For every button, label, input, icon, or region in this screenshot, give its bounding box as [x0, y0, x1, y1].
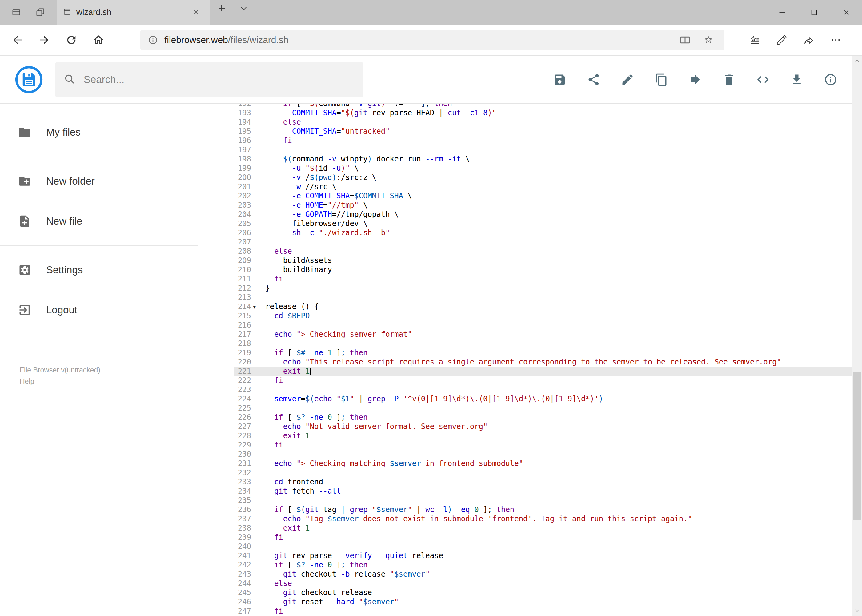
- code-line-214[interactable]: 214▾release () {: [233, 302, 852, 311]
- code-line-235[interactable]: 235: [233, 496, 852, 505]
- code-button[interactable]: [756, 73, 770, 86]
- code-line-205[interactable]: 205 filebrowser/dev \: [233, 219, 852, 228]
- code-line-204[interactable]: 204 -e GOPATH=//tmp/gopath \: [233, 210, 852, 219]
- address-bar[interactable]: filebrowser.web/files/wizard.sh: [140, 30, 725, 50]
- code-line-201[interactable]: 201 -w //src \: [233, 182, 852, 191]
- tab-preview-button[interactable]: [8, 4, 25, 20]
- hub-button[interactable]: [741, 27, 768, 53]
- favorite-button[interactable]: [697, 31, 720, 49]
- code-line-221[interactable]: 221 exit 1: [233, 366, 852, 376]
- new-tab-button[interactable]: [211, 0, 233, 17]
- sidebar-item-new-file[interactable]: New file: [0, 201, 199, 241]
- code-line-238[interactable]: 238 exit 1: [233, 523, 852, 533]
- vertical-scrollbar[interactable]: [852, 56, 862, 616]
- code-line-217[interactable]: 217 echo "> Checking semver format": [233, 330, 852, 339]
- refresh-button[interactable]: [58, 27, 85, 53]
- copy-button[interactable]: [655, 73, 668, 86]
- code-line-244[interactable]: 244 else: [233, 579, 852, 588]
- search-bar[interactable]: Search...: [55, 63, 363, 97]
- code-line-220[interactable]: 220 echo "This release script requires a…: [233, 357, 852, 366]
- code-line-219[interactable]: 219 if [ $# -ne 1 ]; then: [233, 348, 852, 357]
- sidebar-item-my-files[interactable]: My files: [0, 112, 199, 152]
- tab-close-button[interactable]: [188, 4, 204, 20]
- code-line-234[interactable]: 234 git fetch --all: [233, 487, 852, 496]
- code-line-241[interactable]: 241 git rev-parse --verify --quiet relea…: [233, 551, 852, 560]
- code-line-218[interactable]: 218: [233, 339, 852, 348]
- code-line-243[interactable]: 243 git checkout -b release "$semver": [233, 570, 852, 579]
- code-line-240[interactable]: 240: [233, 542, 852, 551]
- more-button[interactable]: [822, 27, 849, 53]
- code-line-237[interactable]: 237 echo "Tag $semver does not exist in …: [233, 514, 852, 523]
- code-line-213[interactable]: 213: [233, 293, 852, 302]
- back-button[interactable]: [4, 27, 31, 53]
- close-button[interactable]: [830, 0, 862, 25]
- code-line-200[interactable]: 200 -v /$(pwd):/src:z \: [233, 173, 852, 182]
- fold-gutter: [251, 570, 265, 579]
- reading-view-button[interactable]: [673, 31, 697, 49]
- code-line-225[interactable]: 225: [233, 404, 852, 413]
- code-line-239[interactable]: 239 fi: [233, 533, 852, 542]
- code-line-194[interactable]: 194 else: [233, 118, 852, 127]
- code-line-229[interactable]: 229 fi: [233, 440, 852, 449]
- set-tabs-aside-button[interactable]: [32, 4, 49, 20]
- code-line-206[interactable]: 206 sh -c "./wizard.sh -b": [233, 228, 852, 237]
- scroll-down-button[interactable]: [852, 605, 862, 615]
- code-line-195[interactable]: 195 COMMIT_SHA="untracked": [233, 127, 852, 136]
- code-line-192[interactable]: 192 if [ "$(command -v git)" != "" ]; th…: [233, 104, 852, 108]
- sidebar-item-logout[interactable]: Logout: [0, 290, 199, 330]
- code-line-226[interactable]: 226 if [ $? -ne 0 ]; then: [233, 413, 852, 422]
- forward-button[interactable]: [31, 27, 58, 53]
- code-line-216[interactable]: 216: [233, 321, 852, 330]
- home-button[interactable]: [85, 27, 112, 53]
- code-line-222[interactable]: 222 fi: [233, 376, 852, 385]
- edit-button[interactable]: [621, 73, 634, 86]
- code-line-232[interactable]: 232: [233, 468, 852, 477]
- code-line-246[interactable]: 246 git reset --hard "$semver": [233, 597, 852, 607]
- maximize-button[interactable]: [798, 0, 830, 25]
- code-line-210[interactable]: 210 buildBinary: [233, 265, 852, 274]
- minimize-button[interactable]: [766, 0, 798, 25]
- browser-tab[interactable]: wizard.sh: [57, 0, 211, 25]
- help-link[interactable]: Help: [20, 376, 100, 387]
- code-line-203[interactable]: 203 -e HOME="//tmp" \: [233, 201, 852, 210]
- code-line-231[interactable]: 231 echo "> Checking matching $semver in…: [233, 459, 852, 468]
- code-editor[interactable]: 192 if [ "$(command -v git)" != "" ]; th…: [233, 104, 852, 616]
- code-line-247[interactable]: 247 fi: [233, 607, 852, 616]
- code-line-228[interactable]: 228 exit 1: [233, 431, 852, 440]
- share-button[interactable]: [587, 73, 600, 86]
- code-line-227[interactable]: 227 echo "Not valid semver format. See s…: [233, 422, 852, 431]
- code-line-202[interactable]: 202 -e COMMIT_SHA=$COMMIT_SHA \: [233, 191, 852, 201]
- share-page-button[interactable]: [795, 27, 822, 53]
- code-line-233[interactable]: 233 cd frontend: [233, 477, 852, 487]
- code-line-211[interactable]: 211 fi: [233, 274, 852, 284]
- sidebar-item-settings[interactable]: Settings: [0, 250, 199, 290]
- tab-list-button[interactable]: [233, 0, 255, 17]
- code-line-230[interactable]: 230: [233, 449, 852, 459]
- code-line-224[interactable]: 224 semver=$(echo "$1" | grep -P '^v(0|[…: [233, 394, 852, 404]
- scroll-up-button[interactable]: [852, 56, 862, 66]
- move-button[interactable]: [689, 73, 702, 86]
- annotate-button[interactable]: [768, 27, 795, 53]
- fold-marker-icon[interactable]: ▾: [251, 302, 265, 311]
- site-info-button[interactable]: [145, 35, 161, 45]
- save-button[interactable]: [553, 73, 567, 86]
- download-button[interactable]: [790, 73, 804, 86]
- code-line-223[interactable]: 223: [233, 385, 852, 394]
- sidebar-item-new-folder[interactable]: New folder: [0, 161, 199, 201]
- code-line-245[interactable]: 245 git checkout release: [233, 588, 852, 597]
- code-line-199[interactable]: 199 -u "$(id -u)" \: [233, 163, 852, 173]
- code-line-236[interactable]: 236 if [ $(git tag | grep "$semver" | wc…: [233, 505, 852, 514]
- delete-button[interactable]: [722, 73, 736, 86]
- code-line-196[interactable]: 196 fi: [233, 136, 852, 145]
- code-line-198[interactable]: 198 $(command -v winpty) docker run --rm…: [233, 154, 852, 163]
- code-line-242[interactable]: 242 if [ $? -ne 0 ]; then: [233, 560, 852, 570]
- scrollbar-thumb[interactable]: [853, 372, 861, 520]
- code-line-207[interactable]: 207: [233, 237, 852, 247]
- code-line-209[interactable]: 209 buildAssets: [233, 256, 852, 265]
- code-line-193[interactable]: 193 COMMIT_SHA="$(git rev-parse HEAD | c…: [233, 108, 852, 118]
- code-line-212[interactable]: 212}: [233, 284, 852, 293]
- code-line-197[interactable]: 197: [233, 145, 852, 154]
- info-button[interactable]: [824, 73, 837, 86]
- code-line-215[interactable]: 215 cd $REPO: [233, 311, 852, 321]
- code-line-208[interactable]: 208 else: [233, 247, 852, 256]
